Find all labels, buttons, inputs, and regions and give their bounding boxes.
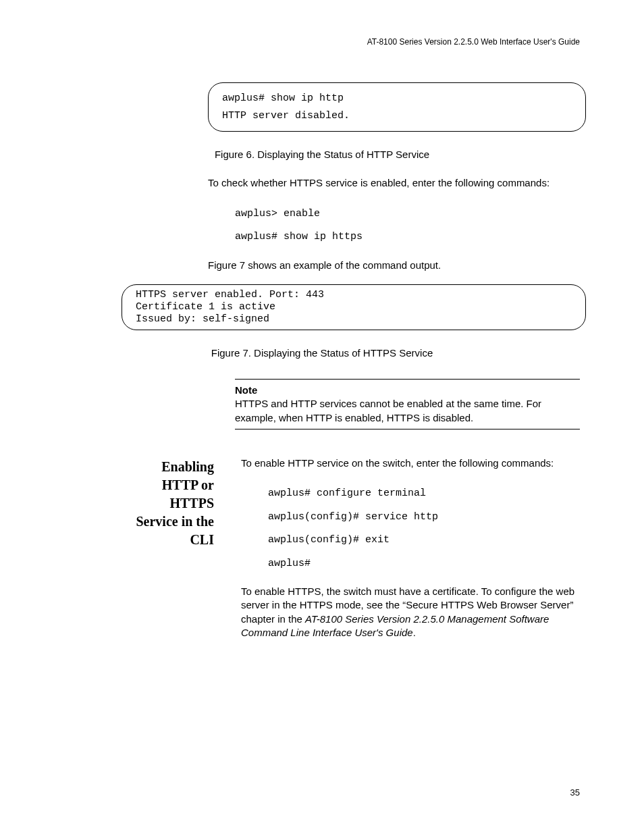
paragraph-check-https: To check whether HTTPS service is enable… xyxy=(208,176,580,190)
cmd-line: awplus(config)# service http xyxy=(268,511,438,523)
cmd-line: awplus> enable xyxy=(235,208,320,219)
cmd-line: awplus# show ip https xyxy=(235,231,363,242)
running-header: AT-8100 Series Version 2.2.5.0 Web Inter… xyxy=(64,36,580,47)
page-number: 35 xyxy=(570,787,580,799)
cmd-line: awplus# xyxy=(268,558,311,569)
cmd-output: HTTPS server enabled. Port: 443 xyxy=(136,289,324,301)
paragraph-fig7-intro: Figure 7 shows an example of the command… xyxy=(208,259,580,272)
cmd-line: awplus# show ip http xyxy=(222,93,344,104)
terminal-output-box-fig7: HTTPS server enabled. Port: 443 Certific… xyxy=(122,284,586,330)
figure-7-caption: Figure 7. Displaying the Status of HTTPS… xyxy=(64,346,580,360)
section-enabling-http-https: Enabling HTTP or HTTPS Service in the CL… xyxy=(125,457,580,652)
cmd-line: awplus# configure terminal xyxy=(268,488,426,499)
cmd-output: Certificate 1 is active xyxy=(136,301,275,313)
figure-6-caption: Figure 6. Displaying the Status of HTTP … xyxy=(64,148,580,161)
paragraph-enable-https: To enable HTTPS, the switch must have a … xyxy=(241,585,580,640)
cmd-line: awplus(config)# exit xyxy=(268,534,390,546)
command-block-configure: awplus# configure terminal awplus(config… xyxy=(268,482,580,575)
note-title: Note xyxy=(235,384,580,397)
terminal-output-box-fig6: awplus# show ip http HTTP server disable… xyxy=(208,82,586,132)
note-block: Note HTTPS and HTTP services cannot be e… xyxy=(235,379,580,429)
document-page: AT-8100 Series Version 2.2.5.0 Web Inter… xyxy=(0,0,644,834)
command-block-enable-show: awplus> enable awplus# show ip https xyxy=(235,203,580,249)
paragraph-enable-http: To enable HTTP service on the switch, en… xyxy=(241,457,580,470)
text-post: . xyxy=(413,627,416,638)
cmd-output: Issued by: self-signed xyxy=(136,313,269,325)
note-body: HTTPS and HTTP services cannot be enable… xyxy=(235,397,580,425)
side-heading: Enabling HTTP or HTTPS Service in the CL… xyxy=(125,457,241,652)
cmd-output: HTTP server disabled. xyxy=(222,110,350,122)
